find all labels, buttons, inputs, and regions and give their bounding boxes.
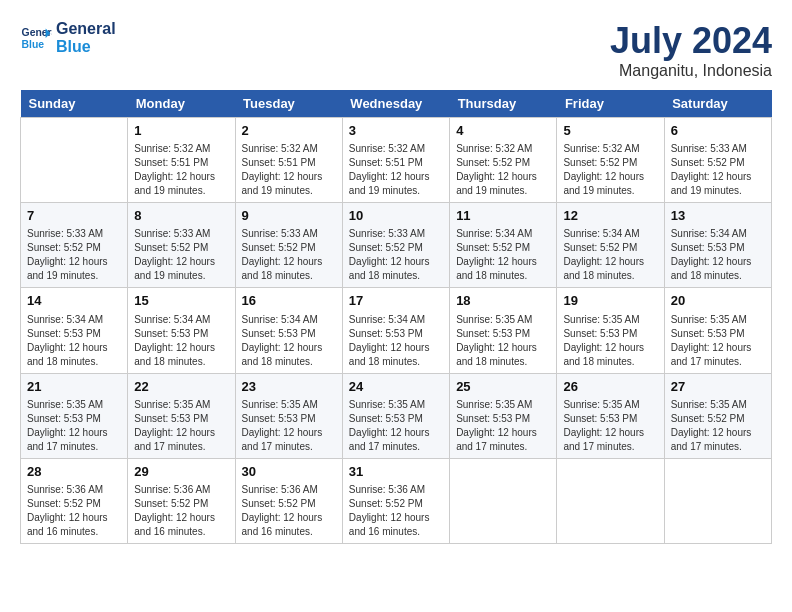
cell-info: Sunrise: 5:34 AMSunset: 5:52 PMDaylight:… — [456, 227, 550, 283]
location: Manganitu, Indonesia — [610, 62, 772, 80]
cell-info: Sunrise: 5:32 AMSunset: 5:51 PMDaylight:… — [349, 142, 443, 198]
calendar-cell — [21, 118, 128, 203]
cell-info: Sunrise: 5:36 AMSunset: 5:52 PMDaylight:… — [27, 483, 121, 539]
cell-info: Sunrise: 5:32 AMSunset: 5:52 PMDaylight:… — [563, 142, 657, 198]
cell-info: Sunrise: 5:33 AMSunset: 5:52 PMDaylight:… — [134, 227, 228, 283]
weekday-header-thursday: Thursday — [450, 90, 557, 118]
logo: General Blue General Blue — [20, 20, 116, 55]
calendar-cell: 6Sunrise: 5:33 AMSunset: 5:52 PMDaylight… — [664, 118, 771, 203]
calendar-table: SundayMondayTuesdayWednesdayThursdayFrid… — [20, 90, 772, 544]
cell-info: Sunrise: 5:34 AMSunset: 5:53 PMDaylight:… — [349, 313, 443, 369]
cell-info: Sunrise: 5:35 AMSunset: 5:53 PMDaylight:… — [563, 313, 657, 369]
month-title: July 2024 — [610, 20, 772, 62]
cell-date-number: 28 — [27, 463, 121, 481]
cell-date-number: 6 — [671, 122, 765, 140]
calendar-cell: 29Sunrise: 5:36 AMSunset: 5:52 PMDayligh… — [128, 458, 235, 543]
cell-date-number: 25 — [456, 378, 550, 396]
cell-info: Sunrise: 5:32 AMSunset: 5:51 PMDaylight:… — [134, 142, 228, 198]
calendar-cell: 12Sunrise: 5:34 AMSunset: 5:52 PMDayligh… — [557, 203, 664, 288]
logo-blue: Blue — [56, 38, 116, 56]
cell-info: Sunrise: 5:35 AMSunset: 5:52 PMDaylight:… — [671, 398, 765, 454]
cell-info: Sunrise: 5:35 AMSunset: 5:53 PMDaylight:… — [134, 398, 228, 454]
cell-date-number: 16 — [242, 292, 336, 310]
calendar-cell: 24Sunrise: 5:35 AMSunset: 5:53 PMDayligh… — [342, 373, 449, 458]
cell-info: Sunrise: 5:35 AMSunset: 5:53 PMDaylight:… — [27, 398, 121, 454]
weekday-header-monday: Monday — [128, 90, 235, 118]
weekday-header-friday: Friday — [557, 90, 664, 118]
cell-info: Sunrise: 5:33 AMSunset: 5:52 PMDaylight:… — [27, 227, 121, 283]
cell-date-number: 18 — [456, 292, 550, 310]
calendar-cell: 15Sunrise: 5:34 AMSunset: 5:53 PMDayligh… — [128, 288, 235, 373]
calendar-cell: 9Sunrise: 5:33 AMSunset: 5:52 PMDaylight… — [235, 203, 342, 288]
calendar-cell: 22Sunrise: 5:35 AMSunset: 5:53 PMDayligh… — [128, 373, 235, 458]
cell-date-number: 13 — [671, 207, 765, 225]
cell-date-number: 3 — [349, 122, 443, 140]
cell-date-number: 22 — [134, 378, 228, 396]
logo-icon: General Blue — [20, 22, 52, 54]
cell-date-number: 15 — [134, 292, 228, 310]
cell-date-number: 19 — [563, 292, 657, 310]
cell-info: Sunrise: 5:36 AMSunset: 5:52 PMDaylight:… — [349, 483, 443, 539]
cell-date-number: 26 — [563, 378, 657, 396]
calendar-cell — [450, 458, 557, 543]
calendar-cell: 7Sunrise: 5:33 AMSunset: 5:52 PMDaylight… — [21, 203, 128, 288]
calendar-cell: 19Sunrise: 5:35 AMSunset: 5:53 PMDayligh… — [557, 288, 664, 373]
cell-info: Sunrise: 5:35 AMSunset: 5:53 PMDaylight:… — [456, 313, 550, 369]
cell-info: Sunrise: 5:35 AMSunset: 5:53 PMDaylight:… — [671, 313, 765, 369]
weekday-header-wednesday: Wednesday — [342, 90, 449, 118]
cell-date-number: 9 — [242, 207, 336, 225]
svg-text:Blue: Blue — [22, 38, 45, 49]
calendar-cell: 4Sunrise: 5:32 AMSunset: 5:52 PMDaylight… — [450, 118, 557, 203]
calendar-week-row: 7Sunrise: 5:33 AMSunset: 5:52 PMDaylight… — [21, 203, 772, 288]
calendar-cell: 26Sunrise: 5:35 AMSunset: 5:53 PMDayligh… — [557, 373, 664, 458]
calendar-cell: 23Sunrise: 5:35 AMSunset: 5:53 PMDayligh… — [235, 373, 342, 458]
cell-info: Sunrise: 5:34 AMSunset: 5:53 PMDaylight:… — [134, 313, 228, 369]
calendar-cell: 2Sunrise: 5:32 AMSunset: 5:51 PMDaylight… — [235, 118, 342, 203]
cell-date-number: 1 — [134, 122, 228, 140]
cell-date-number: 2 — [242, 122, 336, 140]
title-section: July 2024 Manganitu, Indonesia — [610, 20, 772, 80]
cell-info: Sunrise: 5:35 AMSunset: 5:53 PMDaylight:… — [456, 398, 550, 454]
cell-date-number: 20 — [671, 292, 765, 310]
cell-info: Sunrise: 5:36 AMSunset: 5:52 PMDaylight:… — [134, 483, 228, 539]
cell-info: Sunrise: 5:32 AMSunset: 5:52 PMDaylight:… — [456, 142, 550, 198]
cell-info: Sunrise: 5:33 AMSunset: 5:52 PMDaylight:… — [671, 142, 765, 198]
calendar-cell: 3Sunrise: 5:32 AMSunset: 5:51 PMDaylight… — [342, 118, 449, 203]
calendar-cell: 10Sunrise: 5:33 AMSunset: 5:52 PMDayligh… — [342, 203, 449, 288]
cell-info: Sunrise: 5:34 AMSunset: 5:53 PMDaylight:… — [671, 227, 765, 283]
cell-info: Sunrise: 5:32 AMSunset: 5:51 PMDaylight:… — [242, 142, 336, 198]
cell-info: Sunrise: 5:36 AMSunset: 5:52 PMDaylight:… — [242, 483, 336, 539]
cell-info: Sunrise: 5:35 AMSunset: 5:53 PMDaylight:… — [349, 398, 443, 454]
calendar-cell: 17Sunrise: 5:34 AMSunset: 5:53 PMDayligh… — [342, 288, 449, 373]
calendar-cell: 27Sunrise: 5:35 AMSunset: 5:52 PMDayligh… — [664, 373, 771, 458]
calendar-cell: 14Sunrise: 5:34 AMSunset: 5:53 PMDayligh… — [21, 288, 128, 373]
cell-date-number: 31 — [349, 463, 443, 481]
logo-wordmark: General Blue — [56, 20, 116, 55]
cell-date-number: 4 — [456, 122, 550, 140]
calendar-cell: 28Sunrise: 5:36 AMSunset: 5:52 PMDayligh… — [21, 458, 128, 543]
calendar-cell — [557, 458, 664, 543]
calendar-week-row: 21Sunrise: 5:35 AMSunset: 5:53 PMDayligh… — [21, 373, 772, 458]
cell-date-number: 17 — [349, 292, 443, 310]
cell-date-number: 14 — [27, 292, 121, 310]
cell-date-number: 5 — [563, 122, 657, 140]
weekday-header-sunday: Sunday — [21, 90, 128, 118]
calendar-header-row: SundayMondayTuesdayWednesdayThursdayFrid… — [21, 90, 772, 118]
cell-info: Sunrise: 5:33 AMSunset: 5:52 PMDaylight:… — [242, 227, 336, 283]
calendar-cell: 31Sunrise: 5:36 AMSunset: 5:52 PMDayligh… — [342, 458, 449, 543]
calendar-cell: 21Sunrise: 5:35 AMSunset: 5:53 PMDayligh… — [21, 373, 128, 458]
calendar-cell: 11Sunrise: 5:34 AMSunset: 5:52 PMDayligh… — [450, 203, 557, 288]
calendar-cell: 30Sunrise: 5:36 AMSunset: 5:52 PMDayligh… — [235, 458, 342, 543]
calendar-week-row: 28Sunrise: 5:36 AMSunset: 5:52 PMDayligh… — [21, 458, 772, 543]
weekday-header-saturday: Saturday — [664, 90, 771, 118]
calendar-cell: 16Sunrise: 5:34 AMSunset: 5:53 PMDayligh… — [235, 288, 342, 373]
calendar-cell: 20Sunrise: 5:35 AMSunset: 5:53 PMDayligh… — [664, 288, 771, 373]
cell-info: Sunrise: 5:34 AMSunset: 5:52 PMDaylight:… — [563, 227, 657, 283]
calendar-week-row: 1Sunrise: 5:32 AMSunset: 5:51 PMDaylight… — [21, 118, 772, 203]
calendar-cell: 18Sunrise: 5:35 AMSunset: 5:53 PMDayligh… — [450, 288, 557, 373]
cell-info: Sunrise: 5:34 AMSunset: 5:53 PMDaylight:… — [242, 313, 336, 369]
cell-date-number: 29 — [134, 463, 228, 481]
cell-date-number: 27 — [671, 378, 765, 396]
cell-date-number: 30 — [242, 463, 336, 481]
calendar-cell: 1Sunrise: 5:32 AMSunset: 5:51 PMDaylight… — [128, 118, 235, 203]
